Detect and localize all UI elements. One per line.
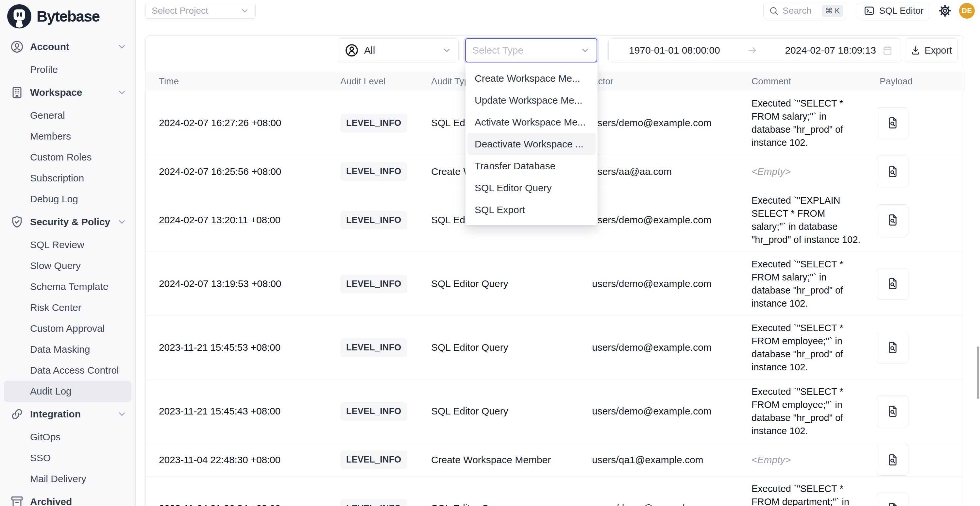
sidebar-item-sql-review[interactable]: SQL Review	[0, 234, 135, 255]
download-icon	[910, 45, 921, 56]
audit-level-badge: LEVEL_INFO	[340, 275, 407, 293]
table-row: 2023-11-21 15:45:43 +08:00 LEVEL_INFO SQ…	[146, 380, 964, 443]
payload-view-button[interactable]	[877, 204, 908, 236]
date-range-picker[interactable]: 1970-01-01 08:00:00 2024-02-07 18:09:13	[608, 38, 901, 62]
sidebar-item-profile[interactable]: Profile	[0, 59, 135, 80]
audit-level-badge: LEVEL_INFO	[340, 211, 407, 229]
audit-level-badge: LEVEL_INFO	[340, 162, 407, 181]
audit-level-badge: LEVEL_INFO	[340, 114, 407, 132]
shield-check-icon	[10, 215, 24, 229]
audit-level-badge: LEVEL_INFO	[340, 338, 407, 357]
table-row: 2023-11-21 15:45:53 +08:00 LEVEL_INFO SQ…	[146, 316, 964, 380]
audit-level-badge: LEVEL_INFO	[340, 450, 407, 469]
payload-view-button[interactable]	[877, 396, 908, 427]
project-select[interactable]: Select Project	[145, 3, 256, 19]
sidebar-item-debug-log[interactable]: Debug Log	[0, 189, 135, 210]
column-header-time: Time	[146, 76, 340, 87]
date-from[interactable]: 1970-01-01 08:00:00	[629, 45, 720, 56]
main-area: Select Project Search ⌘ K	[136, 0, 980, 506]
brand-logo[interactable]: Bytebase	[0, 0, 135, 33]
sidebar-item-archived[interactable]: Archived	[0, 491, 135, 506]
sidebar-item-data-masking[interactable]: Data Masking	[0, 339, 135, 360]
menu-item-create-workspace-member[interactable]: Create Workspace Me...	[466, 67, 598, 89]
sidebar-nav: Account Profile Workspace	[0, 33, 135, 506]
payload-view-button[interactable]	[877, 156, 908, 187]
table-row: 2024-02-07 13:19:53 +08:00 LEVEL_INFO SQ…	[146, 252, 964, 316]
sidebar-item-slow-query[interactable]: Slow Query	[0, 255, 135, 276]
sidebar-item-mail-delivery[interactable]: Mail Delivery	[0, 468, 135, 489]
sidebar-item-integration[interactable]: Integration	[0, 404, 135, 425]
sidebar-item-gitops[interactable]: GitOps	[0, 426, 135, 447]
chevron-down-icon	[117, 88, 127, 97]
user-icon	[345, 43, 359, 57]
payload-view-button[interactable]	[877, 332, 908, 363]
sidebar-item-account[interactable]: Account	[0, 36, 135, 57]
user-circle-icon	[10, 40, 24, 54]
chevron-down-icon	[240, 6, 250, 15]
sidebar-item-data-access-control[interactable]: Data Access Control	[0, 360, 135, 381]
scrollbar[interactable]	[977, 347, 979, 399]
sidebar-item-general[interactable]: General	[0, 105, 135, 126]
menu-item-activate-workspace-member[interactable]: Activate Workspace Me...	[466, 111, 598, 133]
search-icon	[769, 6, 779, 16]
menu-item-sql-export[interactable]: SQL Export	[466, 199, 598, 221]
sidebar: Bytebase Account Profile	[0, 0, 136, 506]
payload-view-button[interactable]	[877, 493, 908, 506]
payload-view-button[interactable]	[877, 107, 908, 139]
sql-editor-button[interactable]: SQL Editor	[857, 3, 930, 19]
date-to[interactable]: 2024-02-07 18:09:13	[785, 45, 876, 56]
table-row: 2023-11-04 21:26:34 +08:00 LEVEL_INFO SQ…	[146, 477, 964, 506]
sidebar-item-schema-template[interactable]: Schema Template	[0, 276, 135, 297]
actor-filter-select[interactable]: All	[338, 38, 459, 62]
brand-name: Bytebase	[37, 8, 100, 25]
sidebar-item-custom-roles[interactable]: Custom Roles	[0, 147, 135, 168]
chevron-down-icon	[117, 409, 127, 419]
menu-item-update-workspace-member[interactable]: Update Workspace Me...	[466, 89, 598, 111]
sidebar-item-subscription[interactable]: Subscription	[0, 168, 135, 189]
type-filter-select[interactable]: Select Type	[465, 38, 597, 62]
sidebar-item-workspace[interactable]: Workspace	[0, 82, 135, 103]
column-header-payload: Payload	[872, 76, 964, 87]
search-input[interactable]: Search ⌘ K	[763, 3, 847, 19]
audit-level-badge: LEVEL_INFO	[340, 402, 407, 421]
payload-view-button[interactable]	[877, 444, 908, 476]
sidebar-item-audit-log[interactable]: Audit Log	[4, 381, 131, 402]
archive-icon	[10, 495, 24, 506]
calendar-icon	[882, 45, 893, 56]
payload-view-button[interactable]	[877, 268, 908, 300]
column-header-comment: Comment	[751, 76, 872, 87]
chevron-down-icon	[117, 42, 127, 52]
menu-item-deactivate-workspace-member[interactable]: Deactivate Workspace ...	[468, 133, 596, 155]
link-icon	[10, 407, 24, 421]
topbar-right: Search ⌘ K SQL Editor	[763, 3, 975, 19]
chevron-down-icon	[580, 45, 590, 55]
arrow-right-icon	[720, 45, 785, 56]
chevron-down-icon	[442, 45, 452, 55]
building-icon	[10, 85, 24, 100]
column-header-audit-level: Audit Level	[340, 76, 431, 87]
terminal-icon	[864, 5, 875, 16]
audit-level-badge: LEVEL_INFO	[340, 499, 407, 506]
sidebar-item-members[interactable]: Members	[0, 126, 135, 147]
export-button[interactable]: Export	[905, 38, 958, 62]
topbar: Select Project Search ⌘ K	[136, 0, 980, 22]
chevron-down-icon	[117, 217, 127, 227]
bytebase-logo-icon	[7, 4, 31, 29]
type-select-dropdown: Create Workspace Me... Update Workspace …	[466, 63, 598, 225]
sidebar-item-sso[interactable]: SSO	[0, 447, 135, 468]
keyboard-shortcut-badge: ⌘ K	[822, 5, 843, 17]
avatar[interactable]: DE	[959, 3, 975, 19]
gear-icon[interactable]	[938, 4, 952, 18]
sidebar-item-risk-center[interactable]: Risk Center	[0, 297, 135, 318]
app-root: Bytebase Account Profile	[0, 0, 980, 506]
table-row: 2023-11-04 22:48:30 +08:00 LEVEL_INFO Cr…	[146, 443, 964, 477]
sidebar-item-security-policy[interactable]: Security & Policy	[0, 212, 135, 232]
menu-item-sql-editor-query[interactable]: SQL Editor Query	[466, 177, 598, 199]
column-header-actor: Actor	[592, 76, 751, 87]
sidebar-item-custom-approval[interactable]: Custom Approval	[0, 318, 135, 339]
menu-item-transfer-database[interactable]: Transfer Database	[466, 155, 598, 177]
